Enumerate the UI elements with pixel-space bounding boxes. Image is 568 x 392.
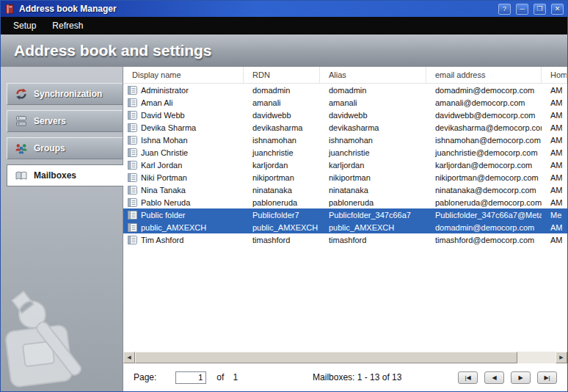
- menu-refresh[interactable]: Refresh: [52, 21, 83, 31]
- tools-watermark-graphic: [0, 283, 112, 392]
- column-header-display-name[interactable]: Display name: [123, 67, 244, 83]
- page-label: Page:: [134, 372, 156, 382]
- cell-alias: amanali: [320, 96, 426, 109]
- app-icon: [4, 4, 15, 15]
- cell-home-server: AM: [542, 109, 567, 121]
- sidebar-item-servers[interactable]: Servers: [7, 110, 123, 132]
- main-panel: Display name RDN Alias email address Hom…: [123, 67, 567, 391]
- cell-rdn: timashford: [244, 233, 320, 246]
- column-header-rdn[interactable]: RDN: [244, 67, 320, 83]
- table-row[interactable]: Pablo Neruda pabloneruda pabloneruda pab…: [123, 196, 567, 208]
- app-window: Address book Manager ? ─ ❐ ✕ Setup Refre…: [0, 0, 568, 392]
- sidebar-item-synchronization[interactable]: Synchronization: [7, 83, 123, 105]
- cell-display-name: Tim Ashford: [141, 236, 183, 244]
- cell-email-address: Publicfolder_347c66a7@Meta: [426, 208, 542, 221]
- cell-home-server: AM: [542, 146, 567, 159]
- last-page-button[interactable]: ▶|: [537, 371, 557, 384]
- column-header-home-server[interactable]: Hom: [542, 67, 567, 83]
- cell-alias: pabloneruda: [320, 196, 426, 208]
- cell-alias: ninatanaka: [320, 184, 426, 196]
- table-header: Display name RDN Alias email address Hom: [123, 67, 567, 84]
- table-row[interactable]: Aman Ali amanali amanali amanali@democor…: [123, 96, 567, 109]
- page-number-input[interactable]: [175, 371, 206, 384]
- cell-home-server: AM: [542, 171, 567, 184]
- cell-home-server: Me: [542, 208, 567, 221]
- cell-alias: nikiportman: [320, 171, 426, 184]
- cell-display-name: Nina Tanaka: [141, 186, 186, 195]
- next-page-button[interactable]: ▶: [511, 371, 531, 384]
- cell-home-server: AM: [542, 159, 567, 171]
- sidebar: Synchronization Servers Groups: [1, 67, 123, 391]
- previous-page-button[interactable]: ◀: [484, 371, 504, 384]
- cell-home-server: AM: [542, 196, 567, 208]
- minimize-button[interactable]: ─: [516, 4, 528, 15]
- cell-alias: Publicfolder_347c66a7: [320, 208, 426, 221]
- table-row[interactable]: Karl Jordan karljordan karljordan karljo…: [123, 159, 567, 171]
- column-header-email-address[interactable]: email address: [426, 67, 542, 83]
- scroll-right-button[interactable]: ▶: [556, 352, 567, 363]
- close-button[interactable]: ✕: [551, 4, 564, 15]
- cell-email-address: timashford@democorp.com: [426, 233, 542, 246]
- cell-email-address: davidwebb@democorp.com: [426, 109, 542, 121]
- cell-home-server: AM: [542, 221, 567, 233]
- menu-setup[interactable]: Setup: [13, 21, 36, 31]
- cell-display-name: Pablo Neruda: [141, 198, 190, 207]
- mailbox-icon: [128, 123, 137, 132]
- table-row[interactable]: Nina Tanaka ninatanaka ninatanaka ninata…: [123, 184, 567, 196]
- scrollbar-track[interactable]: [135, 352, 556, 363]
- cell-email-address: amanali@democorp.com: [426, 96, 542, 109]
- mailbox-icon: [128, 211, 137, 219]
- table-row[interactable]: Administrator domadmin domadmin domadmin…: [123, 84, 567, 96]
- mailbox-icon: [128, 161, 137, 170]
- cell-email-address: devikasharma@democorp.com: [426, 121, 542, 134]
- sidebar-item-label: Groups: [34, 143, 65, 153]
- mailbox-icon: [128, 173, 137, 182]
- table-row[interactable]: Juan Christie juanchristie juanchristie …: [123, 146, 567, 159]
- horizontal-scrollbar: ◀ ▶: [123, 352, 567, 363]
- sidebar-item-label: Servers: [34, 116, 66, 126]
- cell-home-server: AM: [542, 184, 567, 196]
- cell-display-name: David Webb: [141, 111, 185, 120]
- servers-icon: [15, 115, 28, 128]
- mailbox-icon: [128, 111, 137, 120]
- cell-email-address: ninatanaka@democorp.com: [426, 184, 542, 196]
- table-row[interactable]: Niki Portman nikiportman nikiportman nik…: [123, 171, 567, 184]
- cell-rdn: devikasharma: [244, 121, 320, 134]
- cell-home-server: AM: [542, 84, 567, 96]
- cell-rdn: public_AMXEXCH: [244, 221, 320, 233]
- table-row[interactable]: Ishna Mohan ishnamohan ishnamohan ishnam…: [123, 134, 567, 146]
- sidebar-item-groups[interactable]: Groups: [7, 137, 123, 159]
- table-row[interactable]: Devika Sharma devikasharma devikasharma …: [123, 121, 567, 134]
- column-header-alias[interactable]: Alias: [320, 67, 426, 83]
- banner: Address book and settings: [1, 35, 567, 67]
- table-row[interactable]: Tim Ashford timashford timashford timash…: [123, 233, 567, 246]
- table-row[interactable]: David Webb davidwebb davidwebb davidwebb…: [123, 109, 567, 121]
- page-total: 1: [233, 372, 238, 382]
- cell-rdn: ninatanaka: [244, 184, 320, 196]
- cell-email-address: domadmin@democorp.com: [426, 84, 542, 96]
- mailbox-icon: [128, 186, 137, 195]
- mailbox-icon: [128, 98, 137, 107]
- cell-rdn: pabloneruda: [244, 196, 320, 208]
- synchronization-icon: [15, 87, 28, 101]
- mailbox-icon: [128, 148, 137, 157]
- sidebar-item-mailboxes[interactable]: Mailboxes: [7, 164, 123, 186]
- cell-alias: domadmin: [320, 84, 426, 96]
- sidebar-item-label: Mailboxes: [34, 170, 76, 181]
- cell-display-name: Public folder: [141, 211, 186, 219]
- table-body: Administrator domadmin domadmin domadmin…: [123, 84, 567, 352]
- cell-alias: devikasharma: [320, 121, 426, 134]
- mailbox-icon: [128, 86, 137, 95]
- cell-email-address: nikiportman@democorp.com: [426, 171, 542, 184]
- maximize-button[interactable]: ❐: [534, 4, 546, 15]
- first-page-button[interactable]: |◀: [458, 371, 478, 384]
- cell-alias: timashford: [320, 233, 426, 246]
- cell-rdn: amanali: [244, 96, 320, 109]
- sidebar-item-label: Synchronization: [34, 89, 102, 99]
- table-row[interactable]: Public folder Publicfolder7 Publicfolder…: [123, 208, 567, 221]
- help-button[interactable]: ?: [498, 4, 511, 15]
- scroll-left-button[interactable]: ◀: [123, 352, 135, 363]
- table-row[interactable]: public_AMXEXCH public_AMXEXCH public_AMX…: [123, 221, 567, 233]
- scrollbar-thumb[interactable]: [135, 352, 517, 363]
- window-title: Address book Manager: [19, 4, 493, 14]
